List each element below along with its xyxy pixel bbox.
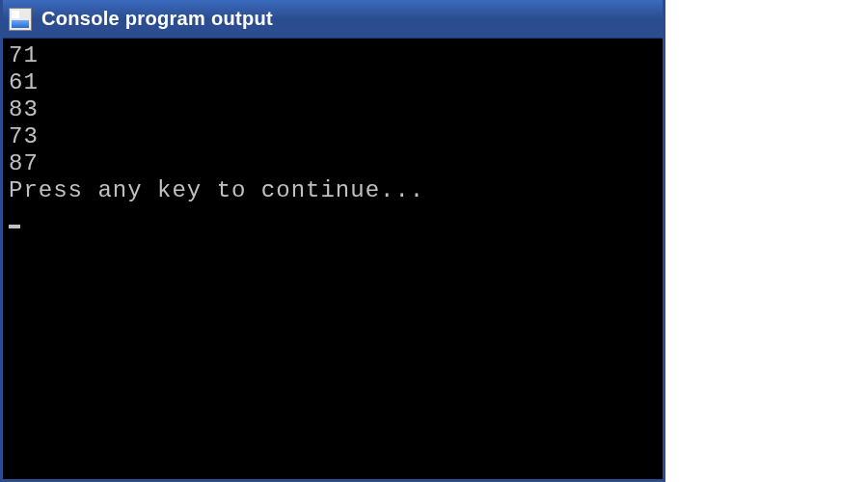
output-line: 71: [9, 42, 657, 69]
empty-area: [665, 0, 868, 482]
console-output[interactable]: 71 61 83 73 87 Press any key to continue…: [3, 39, 663, 479]
output-line: 83: [9, 96, 657, 123]
continue-prompt: Press any key to continue...: [9, 177, 657, 204]
console-window: Console program output 71 61 83 73 87 Pr…: [0, 0, 665, 482]
titlebar[interactable]: Console program output: [3, 0, 663, 39]
output-line: 61: [9, 69, 657, 96]
app-icon: [9, 8, 32, 31]
cursor-line: [9, 204, 657, 231]
cursor-icon: [9, 225, 20, 228]
output-line: 87: [9, 150, 657, 177]
window-title: Console program output: [41, 8, 273, 30]
output-line: 73: [9, 123, 657, 150]
